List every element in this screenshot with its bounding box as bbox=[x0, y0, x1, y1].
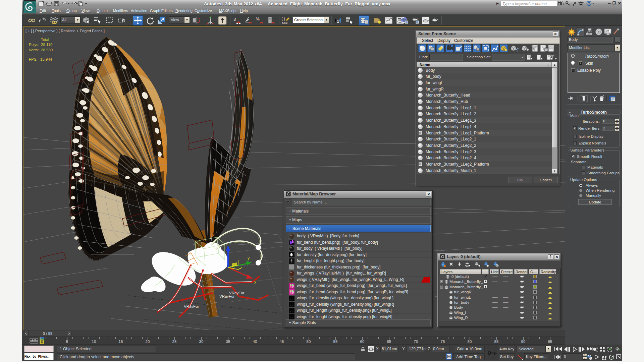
svg-text:ABC: ABC bbox=[282, 21, 288, 24]
svg-text:VRayFur: VRayFur bbox=[229, 291, 245, 295]
svg-text:{·}: {·} bbox=[281, 17, 285, 21]
svg-text:±: ± bbox=[596, 346, 598, 349]
svg-text:y: y bbox=[248, 256, 250, 260]
svg-text:?: ? bbox=[588, 2, 590, 5]
svg-text:z: z bbox=[229, 240, 231, 245]
svg-text:x: x bbox=[254, 280, 256, 285]
svg-text:VRayFur: VRayFur bbox=[184, 304, 199, 308]
svg-text:3: 3 bbox=[233, 17, 236, 22]
svg-text:1: 1 bbox=[337, 19, 339, 24]
svg-text:%: % bbox=[256, 17, 260, 21]
